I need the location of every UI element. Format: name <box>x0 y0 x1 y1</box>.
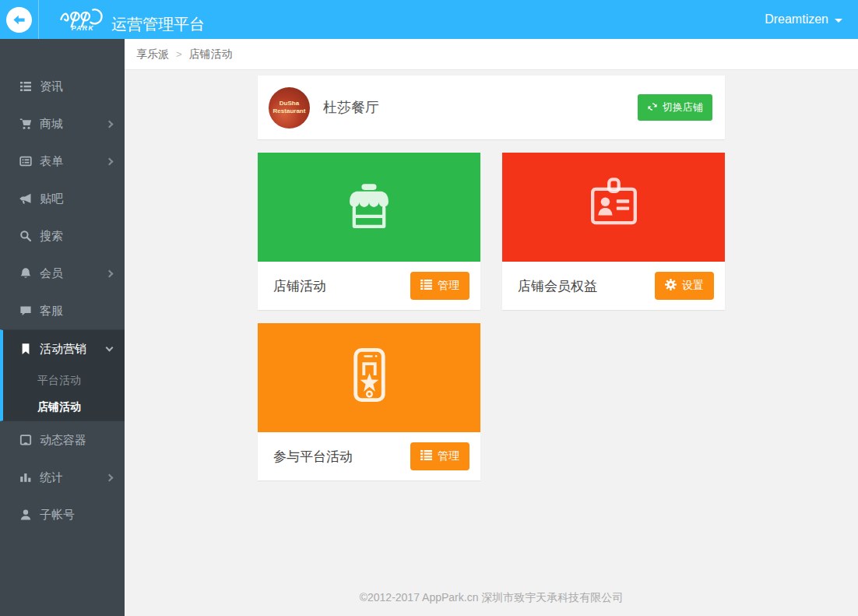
store-header-card: DuSha Restaurant 杜莎餐厅 切换店铺 <box>258 76 725 139</box>
top-header: PARK 运营管理平台 Dreamtizen <box>0 0 858 39</box>
avatar-text-line1: DuSha <box>280 100 299 107</box>
sidebar-item-label: 搜索 <box>40 229 63 244</box>
chevron-right-icon <box>106 473 114 481</box>
switch-store-button[interactable]: 切换店铺 <box>638 94 712 121</box>
sidebar-item-label: 动态容器 <box>40 433 86 448</box>
avatar-text-line2: Restaurant <box>273 107 306 115</box>
caret-down-icon <box>835 19 842 23</box>
sidebar-item-label: 商城 <box>40 117 63 132</box>
sidebar-item-news[interactable]: 资讯 <box>0 68 125 105</box>
card-footer: 店铺会员权益 <box>502 262 725 310</box>
sidebar-item-label: 表单 <box>40 154 63 169</box>
breadcrumb-item-app[interactable]: 享乐派 <box>136 48 169 62</box>
sidebar-subitem-label: 平台活动 <box>37 374 81 388</box>
comment-icon <box>19 304 33 317</box>
back-arrow-icon <box>6 7 32 33</box>
card-member-benefits: 店铺会员权益 <box>502 153 725 310</box>
id-card-icon <box>578 170 649 245</box>
switch-store-label: 切换店铺 <box>663 100 703 114</box>
list-icon <box>19 80 33 93</box>
manage-button[interactable]: 管理 <box>410 442 469 470</box>
card-footer: 参与平台活动 管理 <box>258 432 480 480</box>
card-title: 参与平台活动 <box>273 448 353 466</box>
sidebar-subitem-label: 店铺活动 <box>37 400 81 414</box>
footer-copyright: ©2012-2017 AppPark.cn 深圳市致宇天承科技有限公司 <box>125 591 858 616</box>
bookmark-icon <box>19 343 33 355</box>
store-name: 杜莎餐厅 <box>323 98 379 117</box>
card-banner <box>258 153 480 262</box>
cart-icon <box>19 118 33 130</box>
sidebar-group-marketing: 活动营销 平台活动 店铺活动 <box>0 329 125 421</box>
brand: PARK 运营管理平台 <box>58 3 205 36</box>
bullhorn-icon <box>19 192 33 205</box>
manage-button[interactable]: 管理 <box>410 272 469 300</box>
back-button[interactable] <box>0 0 39 39</box>
chevron-down-icon <box>106 343 114 351</box>
sidebar-item-support[interactable]: 客服 <box>0 292 125 329</box>
sidebar-item-marketing[interactable]: 活动营销 <box>3 330 125 368</box>
chevron-right-icon <box>106 120 114 128</box>
sidebar-item-statistics[interactable]: 统计 <box>0 459 125 496</box>
storefront-icon <box>333 170 405 245</box>
manage-button-label: 管理 <box>438 449 459 463</box>
settings-button-label: 设置 <box>682 279 704 293</box>
card-banner <box>258 323 480 432</box>
user-menu-label: Dreamtizen <box>765 12 828 26</box>
bell-icon <box>19 267 33 280</box>
breadcrumb-item-current: 店铺活动 <box>189 48 233 62</box>
sidebar-item-label: 资讯 <box>40 79 63 94</box>
list-icon <box>420 280 432 292</box>
sidebar-item-subaccounts[interactable]: 子帐号 <box>0 496 125 533</box>
store-avatar: DuSha Restaurant <box>269 87 310 128</box>
sidebar-item-label: 贴吧 <box>40 192 63 206</box>
chevron-right-icon <box>106 269 114 277</box>
card-title: 店铺活动 <box>273 277 326 295</box>
svg-text:PARK: PARK <box>72 24 94 32</box>
settings-button[interactable]: 设置 <box>655 272 714 300</box>
feature-grid: 店铺活动 管理 <box>258 153 725 480</box>
card-title: 店铺会员权益 <box>518 277 597 295</box>
card-store-activities: 店铺活动 管理 <box>258 153 480 310</box>
main-area: 享乐派 > 店铺活动 DuSha Restaurant 杜莎餐厅 切换店铺 <box>125 39 858 616</box>
list-icon <box>420 450 432 463</box>
user-menu[interactable]: Dreamtizen <box>765 12 842 26</box>
page-title: 运营管理平台 <box>111 16 205 36</box>
sidebar-item-label: 活动营销 <box>40 342 86 357</box>
card-footer: 店铺活动 管理 <box>258 262 480 310</box>
content: DuSha Restaurant 杜莎餐厅 切换店铺 <box>258 76 725 480</box>
chart-icon <box>19 471 33 484</box>
refresh-icon <box>647 101 658 114</box>
gear-icon <box>665 279 677 293</box>
form-icon <box>19 155 33 167</box>
sidebar-item-dynamic-container[interactable]: 动态容器 <box>0 421 125 459</box>
breadcrumb-separator: > <box>176 48 182 60</box>
sidebar-subitem-platform-activities[interactable]: 平台活动 <box>3 368 125 394</box>
user-icon <box>19 509 33 521</box>
sidebar-item-members[interactable]: 会员 <box>0 255 125 292</box>
breadcrumb: 享乐派 > 店铺活动 <box>125 39 858 70</box>
apppark-logo-icon: PARK <box>58 3 106 36</box>
sidebar-item-label: 统计 <box>40 470 63 485</box>
search-icon <box>19 230 33 242</box>
card-banner <box>502 153 725 262</box>
sidebar-item-forms[interactable]: 表单 <box>0 143 125 180</box>
sidebar-subitem-store-activities[interactable]: 店铺活动 <box>3 394 125 421</box>
manage-button-label: 管理 <box>438 279 459 293</box>
card-join-platform-activities: 参与平台活动 管理 <box>258 323 480 480</box>
layout: 资讯 商城 表单 贴吧 搜索 <box>0 39 858 616</box>
sidebar: 资讯 商城 表单 贴吧 搜索 <box>0 39 125 616</box>
sidebar-item-label: 子帐号 <box>40 508 75 523</box>
sidebar-item-mall[interactable]: 商城 <box>0 105 125 143</box>
sidebar-item-search[interactable]: 搜索 <box>0 217 125 255</box>
chevron-right-icon <box>106 157 114 165</box>
sidebar-item-label: 会员 <box>40 266 63 281</box>
sidebar-item-label: 客服 <box>40 304 63 319</box>
phone-star-icon <box>333 340 405 415</box>
sidebar-item-forum[interactable]: 贴吧 <box>0 180 125 217</box>
container-icon <box>19 434 33 446</box>
